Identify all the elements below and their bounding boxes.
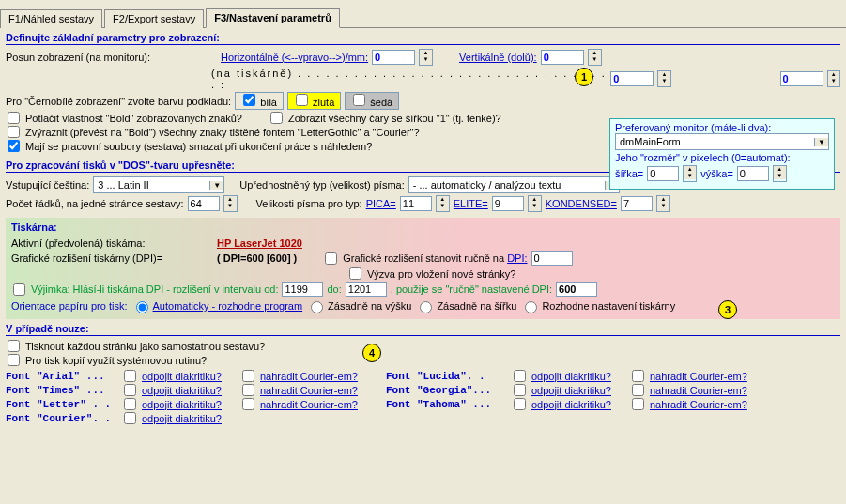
pref-title: Preferovaný monitor (máte-li dva): xyxy=(615,122,829,133)
label-zobrazitcary: Zobrazit všechny čáry se šířkou "1" (tj.… xyxy=(288,113,501,124)
chk-zluta[interactable] xyxy=(296,94,308,106)
pref-rozmer: Jeho "rozměr" v pixelech (0=automat): xyxy=(615,152,829,163)
spin-h1[interactable]: ▲▼ xyxy=(657,70,670,87)
label-cerno: Pro "Černobílé zobrazení" zvolte barvu p… xyxy=(6,96,231,107)
pref-vyska[interactable] xyxy=(737,166,769,181)
radio-r3[interactable]: Zásadně na šířku xyxy=(415,298,516,313)
input-elite[interactable] xyxy=(492,196,524,211)
input-od[interactable] xyxy=(282,282,323,297)
input-horiz-print[interactable] xyxy=(610,71,654,86)
input-horiz-monitor[interactable] xyxy=(372,50,415,65)
link-elite[interactable]: ELITE= xyxy=(454,198,488,209)
link-kond[interactable]: KONDENSED= xyxy=(546,198,617,209)
spin-v0[interactable]: ▲▼ xyxy=(588,49,602,66)
chk-letter-odp[interactable] xyxy=(124,398,136,410)
chevron-down-icon[interactable]: ▼ xyxy=(814,138,828,146)
chk-times-nahr[interactable] xyxy=(242,384,254,396)
chk-seda[interactable] xyxy=(353,94,365,106)
link-pica[interactable]: PICA= xyxy=(366,198,396,209)
label-potlacit: Potlačit vlastnost "Bold" zobrazovaných … xyxy=(25,113,242,124)
sel-cestina[interactable]: 3 ... Latin II▼ xyxy=(93,176,224,193)
label-posun: Posun zobrazení (na monitoru): xyxy=(6,52,217,63)
chk-courier-odp[interactable] xyxy=(124,412,136,424)
chk-zvyraznit[interactable] xyxy=(8,126,20,138)
spin-pica[interactable]: ▲▼ xyxy=(436,195,450,212)
chk-protisk[interactable] xyxy=(8,354,20,366)
marker-3: 3 xyxy=(718,300,737,319)
font-lucida: Font "Lucida". . xyxy=(386,371,508,382)
tab-f2[interactable]: F2/Export sestavy xyxy=(104,9,204,28)
pref-sirka[interactable] xyxy=(647,166,679,181)
chk-lucida-odp[interactable] xyxy=(514,370,526,382)
label-natiskarne: (na tiskárně) . . . . . . . . . . . . . … xyxy=(211,68,607,90)
label-velik: Velikosti písma pro typ: xyxy=(256,198,362,209)
label-grafman: Grafické rozlišení stanovit ručně na DPI… xyxy=(343,252,527,264)
font-arial: Font "Arial" ... xyxy=(6,371,118,382)
input-vert-monitor[interactable] xyxy=(541,50,584,65)
chk-bila[interactable] xyxy=(243,94,255,106)
chk-letter-nahr[interactable] xyxy=(242,398,254,410)
chk-lucida-nahr[interactable] xyxy=(632,370,644,382)
input-grafman[interactable] xyxy=(531,251,573,266)
label-smazat: Mají se pracovní soubory (sestava) smaza… xyxy=(25,141,372,152)
chk-vyzva[interactable] xyxy=(349,267,361,280)
chk-potlacit[interactable] xyxy=(8,112,20,124)
group-nouze-title: V případě nouze: xyxy=(6,323,840,336)
pref-select[interactable]: dmMainForm▼ xyxy=(615,133,829,150)
label-vyzva: Výzva pro vložení nové stránky? xyxy=(367,268,515,280)
opt-seda[interactable]: šedá xyxy=(345,92,399,110)
chk-arial-odp[interactable] xyxy=(124,370,136,382)
input-pica[interactable] xyxy=(400,196,432,211)
input-pocet[interactable] xyxy=(188,196,220,211)
opt-zluta[interactable]: žlutá xyxy=(287,92,341,110)
input-ruc[interactable] xyxy=(556,282,597,297)
font-georgia: Font "Georgia"... xyxy=(386,385,508,396)
group-basic-title: Definujte základní parametry pro zobraze… xyxy=(6,32,840,45)
opt-bila[interactable]: bílá xyxy=(235,92,284,110)
spin-elite[interactable]: ▲▼ xyxy=(528,195,542,212)
label-orient: Orientace papíru pro tisk: xyxy=(11,300,128,312)
pref-monitor-box: Preferovaný monitor (máte-li dva): dmMai… xyxy=(609,118,835,190)
chk-georgia-nahr[interactable] xyxy=(632,384,644,396)
font-courier: Font "Courier". . xyxy=(6,413,118,424)
chk-smazat[interactable] xyxy=(8,140,20,152)
printer-name[interactable]: HP LaserJet 1020 xyxy=(217,237,302,249)
label-vyjimka: Výjimka: Hlásí-li tiskárna DPI - rozliše… xyxy=(31,283,278,295)
label-pocet: Počet řádků, na jedné stránce sestavy: xyxy=(6,198,184,209)
radio-r2[interactable]: Zásadně na výšku xyxy=(306,298,411,313)
tab-f3[interactable]: F3/Nastavení parametrů xyxy=(206,8,340,28)
font-times: Font "Times" ... xyxy=(6,385,118,396)
spin-kond[interactable]: ▲▼ xyxy=(656,195,670,212)
chevron-down-icon[interactable]: ▼ xyxy=(209,181,223,190)
group-tiskarna-title: Tiskárna: xyxy=(11,221,835,234)
spin-sirka[interactable]: ▲▼ xyxy=(683,165,697,182)
font-letter: Font "Letter" . . xyxy=(6,399,118,410)
radio-r4[interactable]: Rozhodne nastavení tiskárny xyxy=(520,298,675,313)
input-do[interactable] xyxy=(346,282,387,297)
radio-r1[interactable]: Automaticky - rozhodne program xyxy=(131,298,303,313)
chk-grafman[interactable] xyxy=(325,252,337,265)
tab-f1[interactable]: F1/Náhled sestavy xyxy=(0,9,102,28)
chk-arial-nahr[interactable] xyxy=(242,370,254,382)
chk-tahoma-odp[interactable] xyxy=(514,398,526,410)
spin-pocet[interactable]: ▲▼ xyxy=(223,195,238,212)
label-zvyraznit: Zvýraznit (převést na "Bold") všechny zn… xyxy=(25,127,420,138)
sel-upred[interactable]: - ... automaticky / analýzou textu▼ xyxy=(408,176,620,193)
marker-1: 1 xyxy=(575,68,593,86)
input-vert-print[interactable] xyxy=(780,71,823,86)
chk-times-odp[interactable] xyxy=(124,384,136,396)
spin-h0[interactable]: ▲▼ xyxy=(419,49,433,66)
spin-vyska[interactable]: ▲▼ xyxy=(773,165,787,182)
label-vstup: Vstupující čeština: xyxy=(6,179,89,191)
link-vert[interactable]: Vertikálně (dolů): xyxy=(459,52,537,63)
input-kond[interactable] xyxy=(621,196,653,211)
chk-tahoma-nahr[interactable] xyxy=(632,398,644,410)
link-horiz[interactable]: Horizontálně (<--vpravo-->)/mm: xyxy=(221,52,368,63)
chk-tisknout[interactable] xyxy=(8,340,20,352)
spin-v1[interactable]: ▲▼ xyxy=(827,70,840,87)
label-grafroz: Grafické rozlišení tiskárny (DPI)= xyxy=(11,252,213,264)
chk-georgia-odp[interactable] xyxy=(514,384,526,396)
chk-zobrazitcary[interactable] xyxy=(270,112,283,124)
label-aktivni: Aktivní (předvolená) tiskárna: xyxy=(11,237,213,249)
chk-vyjimka[interactable] xyxy=(13,283,25,296)
